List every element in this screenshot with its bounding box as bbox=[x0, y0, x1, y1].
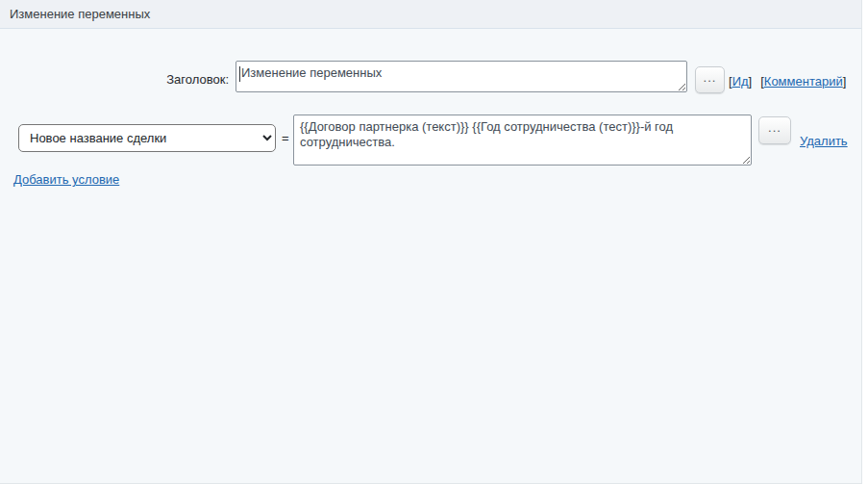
title-label: Заголовок: bbox=[0, 72, 229, 87]
dialog-header: Изменение переменных bbox=[0, 0, 861, 29]
bracket: ] bbox=[749, 74, 753, 89]
delete-link[interactable]: Удалить bbox=[800, 134, 848, 148]
change-variables-dialog: Изменение переменных Заголовок: Изменени… bbox=[0, 0, 862, 484]
comment-link[interactable]: Комментарий bbox=[764, 74, 843, 89]
id-link-wrap: [Ид] bbox=[729, 74, 752, 89]
value-input[interactable]: {{Договор партнерка (текст)}} {{Год сотр… bbox=[293, 115, 752, 166]
ellipsis-icon: ... bbox=[768, 120, 781, 135]
comment-link-wrap: [Комментарий] bbox=[760, 74, 846, 89]
title-insert-value-button[interactable]: ... bbox=[695, 66, 725, 93]
meta-links: [Ид][Комментарий] bbox=[729, 74, 855, 89]
dialog-title: Изменение переменных bbox=[10, 7, 150, 21]
add-condition-link[interactable]: Добавить условие bbox=[13, 172, 119, 187]
text-cursor bbox=[239, 66, 240, 82]
value-insert-value-button[interactable]: ... bbox=[758, 116, 791, 144]
equals-sign: = bbox=[282, 131, 289, 145]
title-input[interactable]: Изменение переменных bbox=[236, 61, 687, 92]
bracket: ] bbox=[843, 74, 847, 89]
ellipsis-icon: ... bbox=[704, 70, 717, 85]
variable-select[interactable]: Новое название сделки bbox=[18, 124, 276, 152]
id-link[interactable]: Ид bbox=[732, 74, 749, 89]
